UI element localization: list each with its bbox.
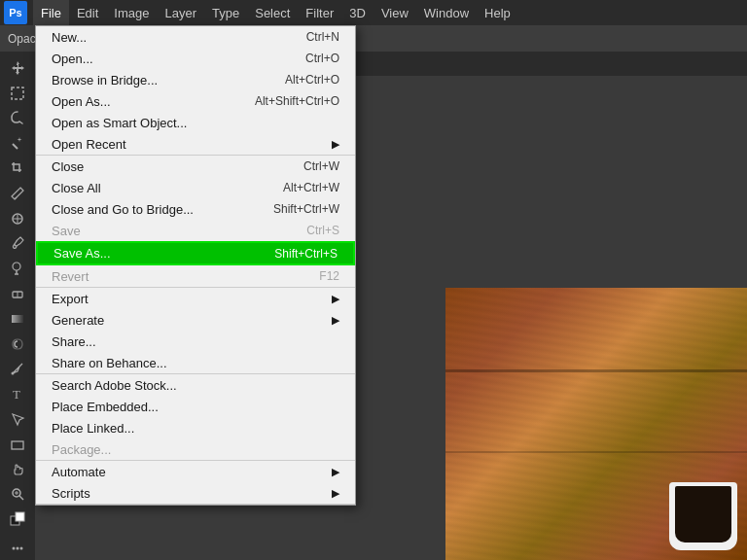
menu-image[interactable]: Image: [106, 0, 157, 25]
menu-window[interactable]: Window: [416, 0, 477, 25]
menu-item-save-as[interactable]: Save As... Shift+Ctrl+S: [36, 241, 355, 265]
gradient-tool[interactable]: [4, 307, 31, 331]
menu-item-close-bridge[interactable]: Close and Go to Bridge... Shift+Ctrl+W: [36, 198, 355, 220]
menu-section-file-open: New... Ctrl+N Open... Ctrl+O Browse in B…: [36, 26, 355, 156]
menu-section-automate: Automate ▶ Scripts ▶: [36, 461, 355, 505]
magic-wand-tool[interactable]: [4, 131, 31, 155]
menu-item-browse-bridge[interactable]: Browse in Bridge... Alt+Ctrl+O: [36, 69, 355, 90]
svg-point-6: [13, 262, 20, 270]
clone-stamp-tool[interactable]: [4, 257, 31, 280]
app-icon: Ps: [4, 1, 27, 24]
generate-arrow: ▶: [332, 314, 339, 327]
healing-brush-tool[interactable]: [4, 207, 31, 230]
hand-tool[interactable]: [4, 458, 31, 481]
menu-section-file-save: Close Ctrl+W Close All Alt+Ctrl+W Close …: [36, 156, 355, 288]
menu-item-revert[interactable]: Revert F12: [36, 265, 355, 287]
menu-item-save[interactable]: Save Ctrl+S: [36, 220, 355, 241]
menu-item-share[interactable]: Share...: [36, 331, 355, 352]
pen-tool[interactable]: [4, 358, 31, 381]
menu-item-export[interactable]: Export ▶: [36, 288, 355, 309]
eraser-tool[interactable]: [4, 282, 31, 305]
app-icon-text: Ps: [9, 7, 21, 18]
menu-item-generate[interactable]: Generate ▶: [36, 309, 355, 331]
svg-rect-15: [12, 441, 23, 449]
left-toolbar: T: [0, 52, 35, 560]
shape-tool[interactable]: [4, 433, 31, 456]
menu-item-open[interactable]: Open... Ctrl+O: [36, 48, 355, 69]
canvas-photo: [445, 288, 747, 560]
menu-item-open-as[interactable]: Open As... Alt+Shift+Ctrl+O: [36, 90, 355, 112]
menu-select[interactable]: Select: [247, 0, 298, 25]
menu-item-new[interactable]: New... Ctrl+N: [36, 26, 355, 48]
text-tool[interactable]: T: [4, 382, 31, 405]
canvas-image: [445, 288, 747, 560]
menu-item-scripts[interactable]: Scripts ▶: [36, 482, 355, 504]
foreground-background-tool[interactable]: [4, 508, 31, 531]
lasso-tool[interactable]: [4, 107, 31, 130]
menu-file[interactable]: File: [33, 0, 69, 25]
svg-point-23: [17, 547, 19, 550]
file-menu-dropdown: New... Ctrl+N Open... Ctrl+O Browse in B…: [35, 25, 356, 506]
menu-item-package[interactable]: Package...: [36, 438, 355, 460]
menu-item-place-linked[interactable]: Place Linked...: [36, 417, 355, 438]
svg-line-17: [19, 496, 23, 500]
svg-point-24: [20, 547, 23, 550]
export-arrow: ▶: [332, 293, 339, 305]
svg-rect-21: [16, 512, 24, 521]
open-recent-arrow: ▶: [332, 138, 339, 151]
menu-layer[interactable]: Layer: [158, 0, 205, 25]
menu-edit[interactable]: Edit: [69, 0, 106, 25]
menu-item-automate[interactable]: Automate ▶: [36, 461, 355, 482]
crop-tool[interactable]: [4, 157, 31, 180]
blur-tool[interactable]: [4, 332, 31, 356]
menu-section-export: Export ▶ Generate ▶ Share... Share on Be…: [36, 288, 355, 374]
menu-section-stock: Search Adobe Stock... Place Embedded... …: [36, 374, 355, 461]
menu-bar: Ps File Edit Image Layer Type Select Fil…: [0, 0, 747, 25]
brush-tool[interactable]: [4, 232, 31, 256]
menu-filter[interactable]: Filter: [298, 0, 341, 25]
menu-item-open-smart[interactable]: Open as Smart Object...: [36, 112, 355, 133]
menu-item-place-embedded[interactable]: Place Embedded...: [36, 396, 355, 417]
svg-text:T: T: [13, 387, 20, 402]
scripts-arrow: ▶: [332, 487, 339, 500]
svg-point-12: [12, 372, 15, 375]
svg-rect-11: [12, 315, 23, 323]
coffee-cup: [659, 463, 737, 550]
move-tool[interactable]: [4, 56, 31, 80]
zoom-tool[interactable]: [4, 483, 31, 507]
eyedropper-tool[interactable]: [4, 182, 31, 205]
svg-point-22: [13, 547, 16, 550]
menu-help[interactable]: Help: [477, 0, 518, 25]
more-tools[interactable]: [4, 537, 31, 560]
marquee-tool[interactable]: [4, 82, 31, 105]
menu-item-close-all[interactable]: Close All Alt+Ctrl+W: [36, 177, 355, 198]
svg-line-2: [15, 197, 17, 199]
menu-item-search-stock[interactable]: Search Adobe Stock...: [36, 374, 355, 396]
menu-item-open-recent[interactable]: Open Recent ▶: [36, 133, 355, 155]
menu-item-share-behance[interactable]: Share on Behance...: [36, 352, 355, 373]
svg-rect-0: [12, 88, 23, 99]
svg-line-1: [13, 144, 18, 149]
automate-arrow: ▶: [332, 466, 339, 478]
menu-3d[interactable]: 3D: [341, 0, 374, 25]
menu-item-close[interactable]: Close Ctrl+W: [36, 156, 355, 177]
path-selection-tool[interactable]: [4, 407, 31, 431]
menu-type[interactable]: Type: [204, 0, 247, 25]
menu-view[interactable]: View: [374, 0, 416, 25]
